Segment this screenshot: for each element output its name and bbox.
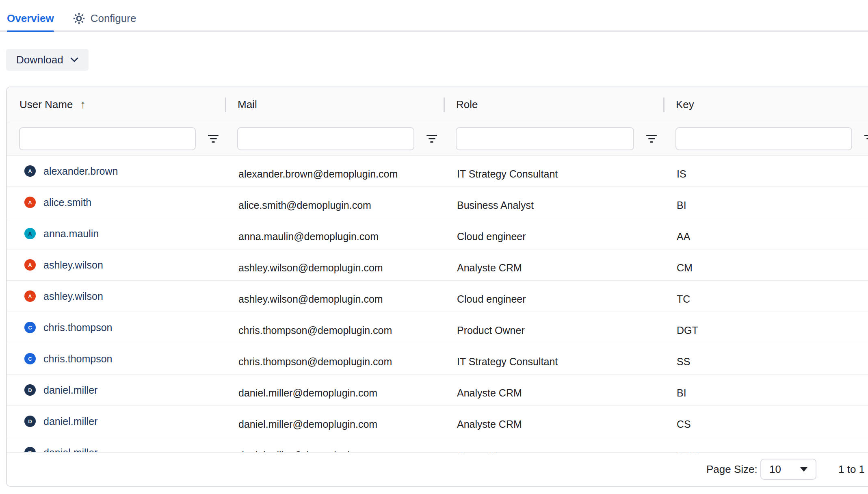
column-header-key-label: Key bbox=[676, 98, 694, 111]
key-cell: BI bbox=[663, 387, 868, 399]
avatar: A bbox=[24, 165, 36, 177]
mail-cell: chris.thompson@demoplugin.com bbox=[225, 325, 444, 336]
key-cell: BI bbox=[663, 199, 868, 211]
avatar: D bbox=[24, 447, 36, 452]
user-name-text: ashley.wilson bbox=[43, 259, 103, 271]
column-divider bbox=[444, 98, 445, 112]
user-name-cell: D daniel.miller bbox=[7, 447, 225, 453]
key-filter-input[interactable] bbox=[675, 127, 852, 150]
user-name-filter-icon[interactable] bbox=[206, 133, 220, 144]
table-row[interactable]: A alice.smith alice.smith@demoplugin.com… bbox=[7, 187, 868, 218]
column-header-role[interactable]: Role bbox=[444, 98, 663, 111]
tab-configure-label: Configure bbox=[91, 12, 136, 25]
user-name-text: chris.thompson bbox=[43, 353, 113, 365]
key-filter-icon[interactable] bbox=[863, 133, 868, 144]
role-cell: Business Analyst bbox=[444, 199, 663, 211]
column-header-role-label: Role bbox=[456, 98, 478, 111]
user-name-cell: A ashley.wilson bbox=[7, 290, 225, 302]
column-header-key[interactable]: Key bbox=[663, 98, 868, 111]
user-name-cell: D daniel.miller bbox=[7, 416, 225, 427]
user-name-filter-input[interactable] bbox=[19, 127, 196, 150]
avatar: C bbox=[24, 353, 36, 364]
page-size-value: 10 bbox=[769, 463, 781, 476]
user-name-text: alexander.brown bbox=[43, 165, 118, 177]
column-header-user-name-label: User Name bbox=[19, 98, 73, 111]
column-header-user-name[interactable]: User Name ↑ bbox=[7, 98, 225, 111]
tab-overview[interactable]: Overview bbox=[7, 12, 54, 32]
key-cell: SS bbox=[663, 356, 868, 368]
user-name-cell: C chris.thompson bbox=[7, 353, 225, 365]
mail-cell: daniel.miller@demoplugin.com bbox=[225, 387, 444, 399]
table-header-row: User Name ↑ Mail Role Key bbox=[7, 87, 868, 122]
download-button[interactable]: Download bbox=[6, 49, 89, 71]
tab-bar-track bbox=[0, 30, 868, 32]
user-name-text: daniel.miller bbox=[43, 447, 97, 453]
download-button-label: Download bbox=[16, 54, 63, 66]
user-name-cell: D daniel.miller bbox=[7, 384, 225, 396]
table-row[interactable]: A ashley.wilson ashley.wilson@demoplugin… bbox=[7, 281, 868, 312]
key-cell: TC bbox=[663, 293, 868, 305]
table-row[interactable]: A ashley.wilson ashley.wilson@demoplugin… bbox=[7, 249, 868, 281]
mail-filter-icon[interactable] bbox=[425, 133, 439, 144]
role-cell: IT Strategy Consultant bbox=[444, 168, 663, 180]
table-row[interactable]: A anna.maulin anna.maulin@demoplugin.com… bbox=[7, 218, 868, 249]
avatar: C bbox=[24, 322, 36, 333]
chevron-down-icon bbox=[70, 57, 78, 62]
tab-overview-label: Overview bbox=[7, 12, 54, 25]
key-cell: AA bbox=[663, 231, 868, 243]
table-row[interactable]: D daniel.miller daniel.miller@demoplugin… bbox=[7, 406, 868, 437]
user-name-text: daniel.miller bbox=[43, 416, 97, 427]
caret-down-icon bbox=[800, 467, 807, 472]
table-row[interactable]: D daniel.miller daniel.miller@demoplugin… bbox=[7, 375, 868, 406]
user-name-cell: A ashley.wilson bbox=[7, 259, 225, 271]
user-name-cell: A alice.smith bbox=[7, 197, 225, 208]
user-name-text: chris.thompson bbox=[43, 322, 113, 334]
role-cell: Analyste CRM bbox=[444, 387, 663, 399]
mail-cell: daniel.miller@demoplugin.com bbox=[225, 418, 444, 430]
user-name-cell: A alexander.brown bbox=[7, 165, 225, 177]
mail-cell: anna.maulin@demoplugin.com bbox=[225, 231, 444, 243]
column-header-mail[interactable]: Mail bbox=[225, 98, 444, 111]
user-name-cell: C chris.thompson bbox=[7, 322, 225, 334]
table-row[interactable]: C chris.thompson chris.thompson@demoplug… bbox=[7, 312, 868, 343]
mail-cell: alexander.brown@demoplugin.com bbox=[225, 168, 444, 180]
tab-configure[interactable]: Configure bbox=[73, 12, 136, 32]
page-size-select[interactable]: 10 bbox=[760, 459, 816, 480]
role-cell: Product Owner bbox=[444, 325, 663, 336]
avatar: D bbox=[24, 384, 36, 396]
role-filter-input[interactable] bbox=[456, 127, 634, 150]
mail-cell: ashley.wilson@demoplugin.com bbox=[225, 293, 444, 305]
role-cell: Analyste CRM bbox=[444, 418, 663, 430]
avatar: A bbox=[24, 259, 36, 271]
tab-bar: Overview Configure bbox=[0, 0, 868, 32]
key-cell: CS bbox=[663, 418, 868, 430]
table-row[interactable]: A alexander.brown alexander.brown@demopl… bbox=[7, 156, 868, 187]
table-filter-row bbox=[7, 122, 868, 156]
role-filter-icon[interactable] bbox=[645, 133, 658, 144]
avatar: D bbox=[24, 416, 36, 427]
mail-cell: chris.thompson@demoplugin.com bbox=[225, 356, 444, 368]
column-divider bbox=[225, 98, 226, 112]
user-name-cell: A anna.maulin bbox=[7, 228, 225, 240]
column-header-mail-label: Mail bbox=[238, 98, 257, 111]
avatar: A bbox=[24, 228, 36, 239]
column-divider bbox=[663, 98, 665, 112]
arrow-up-icon: ↑ bbox=[80, 98, 86, 111]
mail-cell: ashley.wilson@demoplugin.com bbox=[225, 262, 444, 274]
mail-cell: alice.smith@demoplugin.com bbox=[225, 199, 444, 211]
users-table: User Name ↑ Mail Role Key bbox=[6, 87, 868, 487]
page-size-label: Page Size: bbox=[706, 463, 758, 476]
role-cell: Cloud engineer bbox=[444, 231, 663, 243]
table-row[interactable]: D daniel.miller daniel.miller@demoplugin… bbox=[7, 437, 868, 452]
table-footer: Page Size: 10 1 to 1 bbox=[7, 452, 868, 486]
user-name-text: anna.maulin bbox=[43, 228, 99, 240]
table-body[interactable]: A alexander.brown alexander.brown@demopl… bbox=[7, 156, 868, 452]
avatar: A bbox=[24, 197, 36, 208]
active-tab-underline bbox=[7, 30, 54, 32]
user-name-text: alice.smith bbox=[43, 197, 91, 208]
role-cell: Cloud engineer bbox=[444, 293, 663, 305]
table-row[interactable]: C chris.thompson chris.thompson@demoplug… bbox=[7, 343, 868, 375]
pagination-range-text: 1 to 1 bbox=[838, 463, 865, 476]
role-cell: Analyste CRM bbox=[444, 262, 663, 274]
mail-filter-input[interactable] bbox=[237, 127, 414, 150]
